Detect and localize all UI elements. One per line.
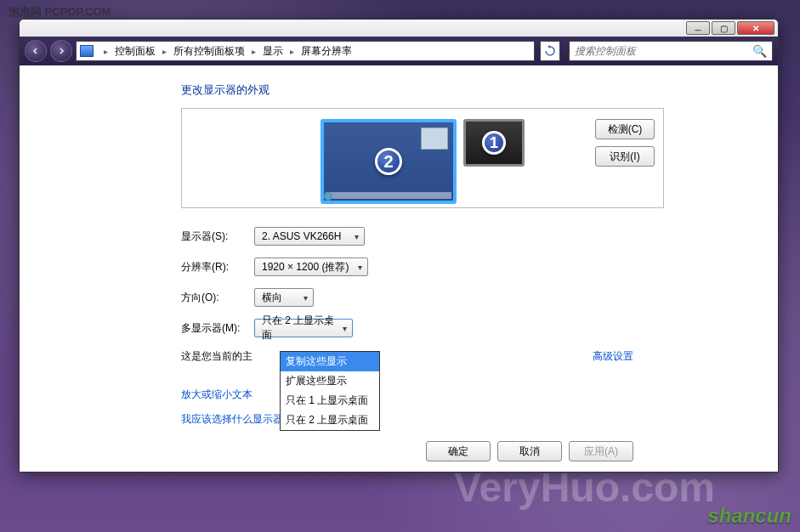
breadcrumb-item-1[interactable]: 所有控制面板项 [172,42,247,60]
current-main-display-text: 这是您当前的主 [181,349,252,364]
monitor-1-preview[interactable]: 1 [463,119,525,167]
breadcrumb-item-0[interactable]: 控制面板 [113,42,157,60]
close-button[interactable] [737,21,774,35]
refresh-button[interactable] [540,41,560,61]
apply-button[interactable]: 应用(A) [569,441,633,461]
breadcrumb-item-2[interactable]: 显示 [261,42,285,60]
ok-button[interactable]: 确定 [426,441,491,461]
breadcrumb-separator-icon: ▸ [252,47,256,56]
breadcrumb-separator-icon: ▸ [290,47,294,56]
control-panel-window: ▸ 控制面板 ▸ 所有控制面板项 ▸ 显示 ▸ 屏幕分辨率 🔍 更改显示器的外观… [19,19,779,473]
forward-button[interactable] [50,40,72,62]
resolution-label: 分辨率(R): [181,260,254,274]
dropdown-item-extend[interactable]: 扩展这些显示 [281,371,379,391]
content-area: 更改显示器的外观 2 1 检测(C) 识别(I) 显示器(S) [20,65,778,472]
identify-button[interactable]: 识别(I) [595,146,655,167]
back-arrow-icon [31,47,40,55]
text-size-link[interactable]: 放大或缩小文本 [181,388,252,400]
monitor-preview-area[interactable]: 2 1 检测(C) 识别(I) [181,108,664,208]
refresh-icon [544,45,556,57]
navigation-bar: ▸ 控制面板 ▸ 所有控制面板项 ▸ 显示 ▸ 屏幕分辨率 🔍 [20,37,778,65]
search-icon: 🔍 [752,44,767,58]
breadcrumb[interactable]: ▸ 控制面板 ▸ 所有控制面板项 ▸ 显示 ▸ 屏幕分辨率 [76,41,535,61]
page-title: 更改显示器的外观 [181,82,778,98]
breadcrumb-item-3[interactable]: 屏幕分辨率 [299,42,354,60]
multimonitor-dropdown: 复制这些显示 扩展这些显示 只在 1 上显示桌面 只在 2 上显示桌面 [280,351,380,431]
multimonitor-label: 多显示器(M): [181,321,254,336]
dropdown-item-only2[interactable]: 只在 2 上显示桌面 [281,410,379,430]
resolution-combo[interactable]: 1920 × 1200 (推荐) [254,258,368,276]
watermark-pcpop: 泡泡网 PCPOP.COM [9,4,111,20]
back-button[interactable] [25,40,47,62]
advanced-settings-link[interactable]: 高级设置 [593,349,633,364]
orientation-label: 方向(O): [181,291,254,305]
monitor-2-number: 2 [375,148,402,175]
display-combo[interactable]: 2. ASUS VK266H [254,227,365,246]
taskbar-thumbnail-icon [326,192,451,199]
maximize-button[interactable] [712,21,735,35]
monitor-2-preview[interactable]: 2 [321,119,457,204]
orientation-combo[interactable]: 横向 [254,288,314,307]
minimize-button[interactable] [686,21,710,35]
control-panel-icon [80,45,94,57]
breadcrumb-separator-icon: ▸ [162,47,167,56]
titlebar [20,20,778,37]
display-settings-form: 显示器(S): 2. ASUS VK266H 分辨率(R): 1920 × 12… [181,227,778,337]
multimonitor-combo[interactable]: 只在 2 上显示桌面 [254,319,353,337]
watermark-shancun: shancun [707,504,791,528]
dropdown-item-duplicate[interactable]: 复制这些显示 [281,352,379,371]
window-thumbnail-icon [421,127,448,150]
forward-arrow-icon [57,47,65,55]
display-label: 显示器(S): [181,229,254,244]
breadcrumb-separator-icon: ▸ [104,47,108,56]
dropdown-item-only1[interactable]: 只在 1 上显示桌面 [281,391,379,410]
cancel-button[interactable]: 取消 [497,441,562,461]
dialog-buttons: 确定 取消 应用(A) [426,441,633,461]
detect-button[interactable]: 检测(C) [595,119,655,139]
search-box[interactable]: 🔍 [569,41,773,61]
monitor-1-number: 1 [482,131,506,155]
search-input[interactable] [575,45,752,57]
start-button-thumbnail-icon [324,192,332,201]
